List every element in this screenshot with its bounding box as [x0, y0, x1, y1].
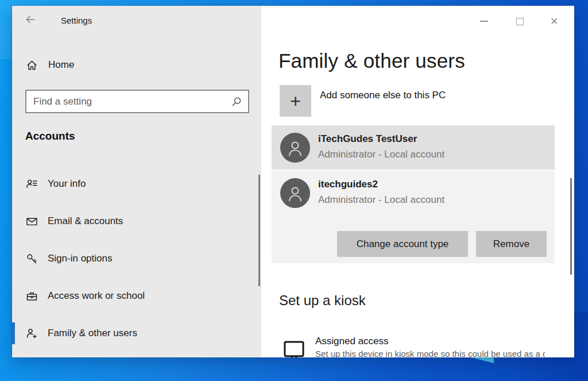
wallpaper-accent-triangle	[471, 357, 494, 363]
maximize-icon	[516, 18, 524, 25]
key-icon	[26, 253, 38, 265]
sidebar-item-label: Email & accounts	[48, 215, 123, 227]
kiosk-section-heading: Set up a kiosk	[279, 293, 366, 309]
briefcase-icon	[26, 290, 38, 302]
plus-tile: +	[280, 85, 311, 117]
user-row-itechguides2[interactable]: itechguides2 Administrator - Local accou…	[272, 171, 555, 263]
assigned-access-item[interactable]: Assigned access Set up this device in ki…	[279, 333, 555, 357]
search-input[interactable]	[26, 91, 231, 112]
kiosk-sign-icon	[283, 340, 305, 357]
change-account-type-button[interactable]: Change account type	[337, 231, 468, 257]
sidebar-item-access-work-school[interactable]: Access work or school	[12, 285, 261, 307]
sidebar-scrollbar[interactable]	[258, 175, 260, 286]
avatar	[280, 133, 310, 163]
main-scrollbar[interactable]	[570, 178, 572, 275]
sidebar-item-label: Your info	[48, 178, 86, 190]
maximize-button[interactable]	[506, 13, 533, 30]
close-icon: ✕	[550, 17, 558, 26]
avatar	[280, 178, 310, 208]
sidebar-item-family-other-users[interactable]: Family & other users	[12, 322, 261, 344]
settings-window: Settings ✕ Home Accounts	[12, 6, 574, 357]
add-user-button[interactable]: + Add someone else to this PC	[280, 85, 544, 117]
remove-button[interactable]: Remove	[476, 231, 547, 257]
user-name: itechguides2	[318, 179, 378, 190]
sidebar-item-home[interactable]: Home	[26, 55, 244, 75]
user-role: Administrator - Local account	[318, 194, 444, 206]
sidebar-section-header: Accounts	[25, 130, 75, 143]
page-title: Family & other users	[278, 49, 465, 72]
user-name: iTechGudes TestUser	[318, 133, 417, 145]
sidebar-item-sign-in-options[interactable]: Sign-in options	[12, 248, 261, 270]
close-button[interactable]: ✕	[541, 13, 567, 30]
back-button[interactable]	[24, 14, 40, 28]
sidebar-item-email-accounts[interactable]: Email & accounts	[12, 210, 261, 232]
home-icon	[26, 59, 38, 71]
minimize-icon	[480, 21, 488, 22]
add-user-label: Add someone else to this PC	[320, 90, 446, 101]
sidebar-item-label: Sign-in options	[48, 253, 112, 264]
desktop: { "titlebar": { "title": "Settings", "co…	[0, 0, 588, 381]
assigned-access-description: Set up this device in kiosk mode so this…	[315, 349, 545, 357]
back-arrow-icon	[24, 17, 37, 27]
search-icon	[231, 96, 242, 107]
assigned-access-label: Assigned access	[315, 336, 389, 347]
user-row-itechgudes-testuser[interactable]: iTechGudes TestUser Administrator - Loca…	[272, 125, 555, 170]
sidebar-item-your-info[interactable]: Your info	[12, 173, 261, 195]
plus-icon: +	[290, 92, 301, 110]
sidebar-item-label: Family & other users	[48, 328, 137, 339]
person-add-icon	[26, 328, 38, 340]
sidebar-item-label: Access work or school	[48, 290, 145, 302]
your-info-icon	[26, 178, 38, 190]
user-actions: Change account type Remove	[337, 231, 547, 257]
user-role: Administrator - Local account	[318, 149, 444, 160]
minimize-button[interactable]	[471, 13, 497, 30]
sidebar-item-label: Home	[48, 59, 74, 71]
window-title: Settings	[61, 16, 92, 25]
search-box[interactable]	[25, 90, 249, 113]
email-icon	[26, 215, 38, 228]
